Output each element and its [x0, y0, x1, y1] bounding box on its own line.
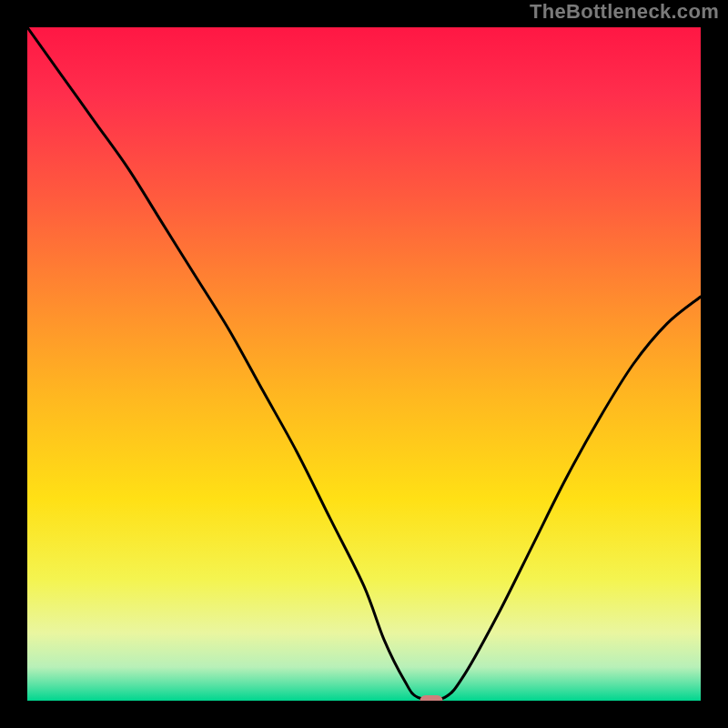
plot-area	[27, 27, 701, 701]
watermark-text: TheBottleneck.com	[530, 0, 719, 24]
gradient-background	[27, 27, 701, 701]
optimum-marker	[420, 695, 442, 701]
bottleneck-chart	[27, 27, 701, 701]
chart-frame: TheBottleneck.com	[0, 0, 728, 728]
